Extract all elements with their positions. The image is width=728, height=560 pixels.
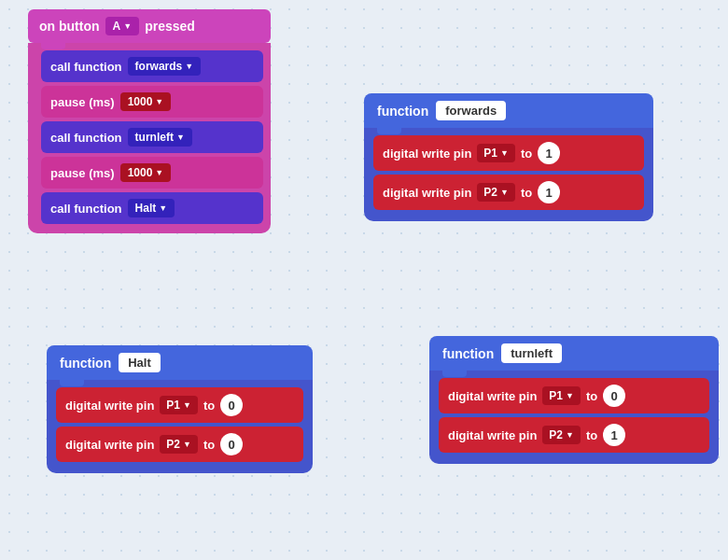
- chevron-down-icon-5: ▼: [155, 168, 163, 177]
- forwards-dropdown[interactable]: forwards ▼: [128, 57, 202, 76]
- halt-row-2[interactable]: digital write pin P2 ▼ to 0: [56, 427, 303, 462]
- block-call-halt[interactable]: call function Halt ▼: [41, 192, 263, 224]
- dig-write-label-f1: digital write pin: [383, 147, 471, 161]
- halt-fn-keyword: function: [60, 356, 111, 371]
- call-function-label-3: call function: [50, 202, 122, 216]
- forwards-row-1[interactable]: digital write pin P1 ▼ to 1: [373, 135, 644, 171]
- halt-fn-name-pill: Halt: [119, 353, 161, 372]
- value-pill-t1: 0: [603, 385, 625, 407]
- chevron-icon-t11: ▼: [566, 391, 574, 400]
- forwards-row-2[interactable]: digital write pin P2 ▼ to 1: [373, 175, 644, 210]
- turnleft-row-2[interactable]: digital write pin P2 ▼ to 1: [439, 417, 709, 453]
- chevron-down-icon-6: ▼: [159, 203, 167, 213]
- dig-write-label-t2: digital write pin: [448, 428, 537, 442]
- chevron-icon-t22: ▼: [566, 430, 574, 440]
- pin-p2-dropdown-t2[interactable]: P2 ▼: [542, 426, 581, 444]
- pin-p1-dropdown-f1[interactable]: P1 ▼: [477, 144, 515, 162]
- pressed-label: pressed: [145, 19, 195, 34]
- to-label-f1: to: [521, 147, 532, 161]
- dig-write-label-t1: digital write pin: [448, 389, 537, 403]
- to-label-t2: to: [586, 428, 597, 442]
- block-pause-1[interactable]: pause (ms) 1000 ▼: [41, 86, 263, 118]
- pin-p2-dropdown-f2[interactable]: P2 ▼: [477, 183, 515, 202]
- forwards-fn-keyword: function: [377, 104, 428, 119]
- to-label-t1: to: [586, 389, 597, 403]
- to-label-f2: to: [521, 186, 532, 200]
- button-a-dropdown[interactable]: A ▼: [105, 17, 140, 35]
- group-main: on button A ▼ pressed call function forw…: [28, 9, 271, 233]
- value-pill-f2: 1: [538, 181, 560, 203]
- chevron-icon-f22: ▼: [500, 188, 509, 197]
- group-turnleft: function turnleft digital write pin P1 ▼…: [429, 336, 719, 464]
- halt-row-1[interactable]: digital write pin P1 ▼ to 0: [56, 387, 303, 423]
- main-blocks-stack: call function forwards ▼ pause (ms) 1000…: [41, 50, 263, 224]
- forwards-fn-name-pill: forwards: [436, 101, 506, 120]
- dig-write-label-h1: digital write pin: [65, 399, 154, 413]
- chevron-down-icon-4: ▼: [176, 133, 185, 142]
- to-label-h1: to: [203, 399, 215, 413]
- pause-ms-label-2: pause (ms): [50, 166, 115, 180]
- to-label-h2: to: [203, 438, 215, 452]
- dig-write-label-h2: digital write pin: [65, 438, 154, 452]
- group-forwards: function forwards digital write pin P1 ▼…: [364, 93, 653, 221]
- group-halt: function Halt digital write pin P1 ▼ to …: [47, 345, 313, 473]
- pause-value-dropdown-1[interactable]: 1000 ▼: [120, 92, 172, 111]
- turnleft-fn-keyword: function: [442, 346, 494, 361]
- pin-p1-dropdown-h1[interactable]: P1 ▼: [160, 396, 198, 414]
- call-function-label-1: call function: [50, 60, 122, 74]
- value-pill-h1: 0: [220, 394, 243, 416]
- turnleft-inner: digital write pin P1 ▼ to 0 digital writ…: [429, 371, 719, 464]
- halt-dropdown[interactable]: Halt ▼: [128, 199, 175, 217]
- value-pill-f1: 1: [538, 142, 560, 164]
- turnleft-fn-header: function turnleft: [429, 336, 719, 371]
- value-pill-t2: 1: [603, 424, 625, 446]
- on-button-label: on button: [39, 19, 100, 34]
- call-function-label-2: call function: [50, 131, 122, 145]
- pin-p1-dropdown-t1[interactable]: P1 ▼: [542, 386, 581, 405]
- halt-inner: digital write pin P1 ▼ to 0 digital writ…: [47, 380, 313, 473]
- halt-fn-header: function Halt: [47, 345, 313, 380]
- dig-write-label-f2: digital write pin: [383, 186, 471, 200]
- main-inner-container: call function forwards ▼ pause (ms) 1000…: [28, 43, 271, 233]
- chevron-icon-f11: ▼: [500, 148, 509, 158]
- pin-p2-dropdown-h2[interactable]: P2 ▼: [160, 435, 198, 454]
- event-header-block[interactable]: on button A ▼ pressed: [28, 9, 271, 43]
- chevron-down-icon-3: ▼: [155, 97, 163, 106]
- block-pause-2[interactable]: pause (ms) 1000 ▼: [41, 157, 263, 189]
- chevron-down-icon-2: ▼: [185, 62, 193, 71]
- value-pill-h2: 0: [220, 433, 243, 455]
- turnleft-fn-name-pill: turnleft: [501, 343, 562, 363]
- forwards-fn-header: function forwards: [364, 93, 653, 128]
- block-call-turnleft[interactable]: call function turnleft ▼: [41, 121, 263, 153]
- chevron-icon-h11: ▼: [183, 400, 191, 410]
- forwards-inner: digital write pin P1 ▼ to 1 digital writ…: [364, 128, 653, 221]
- turnleft-dropdown[interactable]: turnleft ▼: [128, 128, 192, 147]
- chevron-icon-h22: ▼: [183, 440, 191, 449]
- block-call-forwards[interactable]: call function forwards ▼: [41, 50, 263, 82]
- turnleft-row-1[interactable]: digital write pin P1 ▼ to 0: [439, 378, 709, 413]
- pause-value-dropdown-2[interactable]: 1000 ▼: [120, 163, 172, 182]
- pause-ms-label-1: pause (ms): [50, 95, 115, 109]
- chevron-down-icon: ▼: [123, 21, 132, 31]
